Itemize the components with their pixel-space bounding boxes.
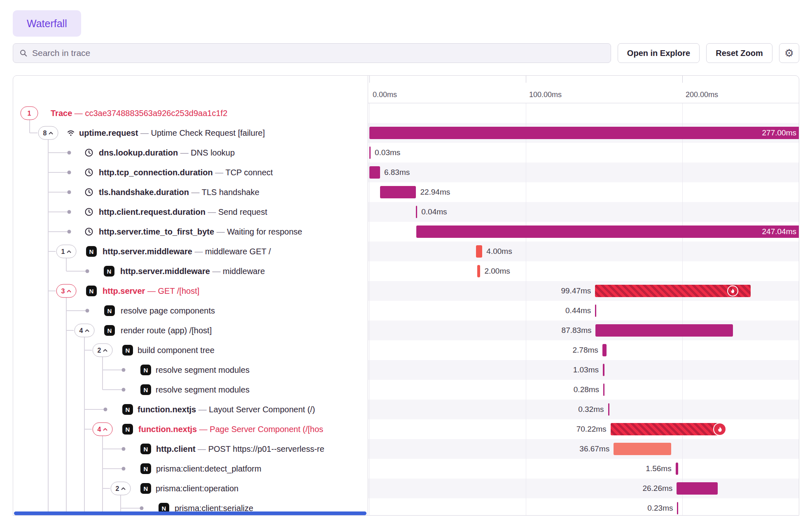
duration-bar[interactable] [603, 384, 604, 396]
span-row-resolve-segment-modules-1[interactable]: Nresolve segment modules1.03ms [13, 360, 799, 380]
children-count-pill[interactable]: 4 [75, 324, 95, 337]
tree-connector-line [66, 479, 67, 498]
span-row-prisma-operation[interactable]: 2Nprisma:client:operation26.26ms [13, 479, 799, 498]
duration-label: 6.83ms [384, 163, 410, 182]
duration-bar[interactable] [614, 443, 671, 455]
children-count: 2 [98, 346, 101, 354]
span-dot [68, 171, 71, 174]
span-waterfall-cell: 0.03ms [368, 143, 799, 163]
span-waterfall-cell: 2.00ms [368, 261, 799, 281]
span-row-client-request-duration[interactable]: http.client.request.duration — Send requ… [13, 202, 799, 222]
span-dot [68, 210, 71, 214]
duration-bar[interactable] [369, 146, 371, 159]
tree-connector-line [48, 261, 49, 281]
duration-label: 87.83ms [562, 321, 592, 340]
duration-bar[interactable] [416, 206, 417, 218]
tree-connector-line [48, 479, 49, 498]
span-row-layout-server-component[interactable]: Nfunction.nextjs — Layout Server Compone… [13, 400, 799, 419]
span-title: render route (app) /[host] [121, 321, 212, 340]
duration-bar[interactable] [611, 423, 721, 435]
span-row-resolve-page-components[interactable]: Nresolve page components0.44ms [13, 301, 799, 321]
span-name-cell: dns.lookup.duration — DNS lookup [13, 143, 368, 163]
duration-bar[interactable] [595, 324, 733, 337]
span-name-cell: Nhttp.client — POST https://p01--serverl… [13, 439, 368, 459]
clock-icon [84, 207, 94, 217]
duration-bar[interactable] [602, 344, 607, 356]
span-dot [68, 191, 71, 194]
duration-label: 22.94ms [420, 182, 450, 202]
children-count-pill[interactable]: 1 [56, 245, 77, 258]
span-title: resolve segment modules [156, 360, 250, 380]
span-title: http.client.request.duration — Send requ… [99, 202, 267, 222]
open-in-explore-button[interactable]: Open in Explore [618, 43, 700, 63]
children-count-pill[interactable]: 8 [38, 126, 58, 140]
reset-zoom-button[interactable]: Reset Zoom [706, 43, 772, 63]
span-dot [86, 270, 89, 273]
span-row-build-component-tree[interactable]: 2Nbuild component tree2.78ms [13, 340, 799, 360]
children-count-pill[interactable]: 2 [111, 482, 131, 495]
duration-bar[interactable] [608, 403, 609, 416]
clock-icon [84, 187, 94, 197]
tree-connector-line [102, 380, 103, 390]
duration-bar[interactable] [595, 285, 751, 297]
nextjs-icon: N [140, 483, 151, 494]
trace-view-page: Waterfall Open in Explore Reset Zoom ⚙ 0… [0, 0, 812, 516]
duration-bar[interactable] [676, 463, 678, 475]
duration-bar[interactable] [603, 364, 604, 376]
children-count: 2 [116, 485, 119, 492]
span-title: http.tcp_connection.duration — TCP conne… [99, 163, 273, 182]
span-row-trace-root[interactable]: 1Trace — cc3ae3748883563a926c253d9aa1c1f… [13, 103, 799, 123]
children-count-pill[interactable]: 1 [21, 107, 38, 120]
duration-bar[interactable] [677, 482, 718, 495]
span-row-http-server-middleware[interactable]: 1Nhttp.server.middleware — middleware GE… [13, 242, 799, 261]
duration-bar[interactable] [595, 304, 596, 317]
span-waterfall-cell: 0.32ms [368, 400, 799, 419]
tree-connector-elbow [103, 370, 122, 370]
children-count-pill[interactable]: 2 [93, 344, 113, 357]
span-row-page-server-component[interactable]: 4Nfunction.nextjs — Page Server Componen… [13, 419, 799, 439]
span-waterfall-cell: 6.83ms [368, 163, 799, 182]
tree-chart-divider[interactable] [368, 76, 368, 515]
duration-bar[interactable] [476, 245, 482, 258]
tab-waterfall[interactable]: Waterfall [13, 10, 81, 37]
duration-label: 2.78ms [573, 340, 598, 360]
tree-connector-elbow [48, 231, 68, 232]
nextjs-icon: N [86, 286, 97, 296]
span-row-resolve-segment-modules-2[interactable]: Nresolve segment modules0.28ms [13, 380, 799, 400]
duration-bar[interactable]: 247.04ms [416, 225, 799, 238]
span-name-cell: 2Nbuild component tree [13, 340, 368, 360]
span-row-http-server-middleware-inner[interactable]: Nhttp.server.middleware — middleware2.00… [13, 261, 799, 281]
search-input[interactable] [32, 48, 604, 58]
span-row-prisma-detect-platform[interactable]: Nprisma:client:detect_platform1.56ms [13, 459, 799, 479]
span-row-tcp-connection-duration[interactable]: http.tcp_connection.duration — TCP conne… [13, 163, 799, 182]
duration-bar[interactable] [380, 186, 416, 198]
duration-bar[interactable] [477, 265, 481, 277]
children-count-pill[interactable]: 3 [56, 284, 77, 298]
duration-bar[interactable] [677, 502, 678, 514]
span-row-render-route[interactable]: 4Nrender route (app) /[host]87.83ms [13, 321, 799, 340]
span-title: dns.lookup.duration — DNS lookup [99, 143, 235, 163]
axis-tick [682, 76, 683, 83]
span-dot [122, 388, 126, 392]
nextjs-icon: N [140, 365, 151, 375]
duration-bar[interactable] [369, 166, 380, 179]
tree-connector-line [48, 439, 49, 459]
span-name-cell: Nhttp.server.middleware — middleware [13, 261, 368, 281]
settings-button[interactable]: ⚙ [779, 43, 799, 63]
horizontal-scrollbar-thumb[interactable] [14, 511, 366, 515]
span-row-time-to-first-byte[interactable]: http.server.time_to_first_byte — Waiting… [13, 222, 799, 242]
span-row-tls-handshake-duration[interactable]: tls.handshake.duration — TLS handshake22… [13, 182, 799, 202]
tree-connector-line [66, 459, 67, 479]
chevron-up-icon [103, 349, 107, 352]
span-row-dns-lookup-duration[interactable]: dns.lookup.duration — DNS lookup0.03ms [13, 143, 799, 163]
axis-tick-label: 100.00ms [529, 91, 562, 99]
children-count-pill[interactable]: 4 [93, 423, 113, 436]
span-name-cell: http.tcp_connection.duration — TCP conne… [13, 163, 368, 182]
clock-icon [84, 148, 94, 158]
duration-bar[interactable]: 277.00ms [369, 127, 799, 139]
span-row-http-client[interactable]: Nhttp.client — POST https://p01--serverl… [13, 439, 799, 459]
span-row-http-server[interactable]: 3Nhttp.server — GET /[host]99.47ms [13, 281, 799, 301]
search-box[interactable] [13, 43, 611, 63]
span-row-uptime-request[interactable]: 8uptime.request — Uptime Check Request [… [13, 123, 799, 143]
duration-label: 99.47ms [561, 281, 591, 301]
